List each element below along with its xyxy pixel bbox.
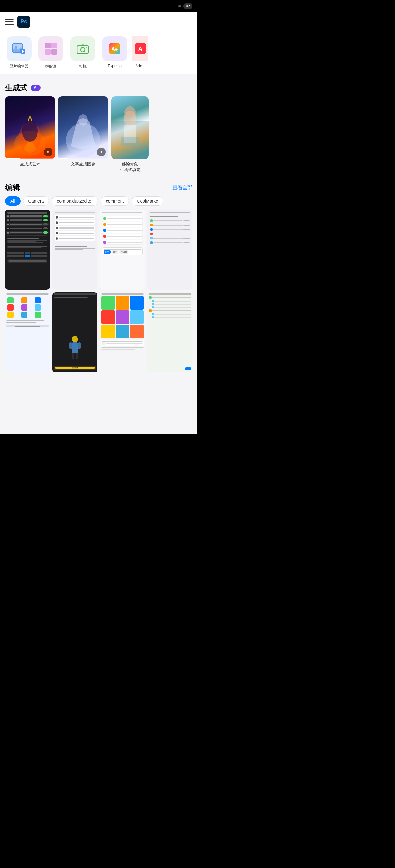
svg-rect-29: [78, 342, 81, 349]
svg-rect-8: [77, 45, 88, 54]
svg-point-18: [22, 120, 38, 142]
edit-header: 编辑 查看全部: [5, 178, 193, 196]
hamburger-menu[interactable]: [5, 19, 14, 25]
app-label-adobe: Ado...: [135, 64, 145, 68]
gen-item-art[interactable]: ✦ 生成式艺术: [5, 96, 55, 173]
svg-rect-30: [72, 353, 74, 360]
svg-rect-11: [77, 45, 88, 54]
svg-text:Ae: Ae: [112, 46, 118, 52]
svg-point-24: [124, 106, 136, 118]
filter-tab-coolmarke[interactable]: CoolMarke: [132, 196, 164, 206]
filter-tab-baidu[interactable]: com.baidu.tzeditor: [52, 196, 98, 206]
screenshot-card-2[interactable]: [53, 210, 97, 290]
app-item-collage[interactable]: 拼贴画: [37, 36, 65, 69]
app-item-adobe[interactable]: A Ado...: [133, 36, 148, 69]
svg-text:A: A: [138, 46, 142, 52]
filter-tab-comment[interactable]: comment: [101, 196, 130, 206]
gen-overlay-icon-art: ✦: [44, 148, 53, 156]
filter-tab-camera[interactable]: Camera: [23, 196, 49, 206]
view-all-link[interactable]: 查看全部: [172, 185, 193, 191]
svg-rect-31: [76, 353, 78, 360]
screenshot-card-1[interactable]: [5, 210, 50, 290]
screenshots-row1: 排名 大小 按日期: [5, 210, 193, 290]
generative-row: ✦ 生成式艺术 ✦ 文字生成图像: [0, 96, 198, 178]
svg-point-26: [72, 336, 78, 342]
svg-rect-5: [51, 43, 57, 49]
svg-rect-4: [45, 43, 51, 49]
gen-item-remove[interactable]: 移除对象 生成式填充: [111, 96, 149, 173]
status-bar: 92: [0, 0, 198, 12]
gen-label-text-image: 文字生成图像: [71, 161, 95, 167]
generative-section-header: 生成式 AI: [0, 76, 198, 96]
gen-image-dress: ✦: [58, 96, 108, 159]
app-icon-adobe: A: [133, 36, 148, 61]
app-label-camera: 相机: [79, 64, 87, 69]
main-content: 照片编辑器 拼贴画: [0, 31, 198, 434]
filter-tab-all[interactable]: All: [5, 196, 21, 206]
screenshots-row2: +添加新任务: [5, 292, 193, 372]
app-icon-collage: [38, 36, 63, 61]
screenshot-card-8[interactable]: [147, 292, 193, 372]
gen-overlay-icon-dress: ✦: [97, 148, 106, 156]
gen-image-art: ✦: [5, 96, 55, 159]
gen-label-art: 生成式艺术: [20, 161, 40, 167]
svg-rect-7: [51, 49, 57, 55]
svg-rect-6: [45, 49, 51, 55]
ai-badge: AI: [31, 85, 40, 91]
gen-label-remove: 移除对象 生成式填充: [120, 161, 140, 173]
svg-rect-27: [72, 342, 78, 353]
app-icon-express: Ae: [102, 36, 127, 61]
screenshot-card-7[interactable]: [100, 292, 145, 372]
screenshot-card-4[interactable]: [147, 210, 193, 290]
screenshot-card-6[interactable]: +添加新任务: [53, 292, 97, 372]
ps-app-icon[interactable]: Ps: [18, 16, 30, 28]
app-label-collage: 拼贴画: [45, 64, 57, 69]
app-row: 照片编辑器 拼贴画: [0, 31, 198, 74]
top-nav: Ps: [0, 12, 198, 31]
app-icon-camera: [70, 36, 95, 61]
generative-title: 生成式: [5, 83, 28, 93]
edit-title: 编辑: [5, 183, 20, 193]
app-label-express: Express: [108, 64, 121, 68]
edit-section: 编辑 查看全部 All Camera com.baidu.tzeditor co…: [0, 178, 198, 377]
svg-rect-25: [121, 137, 139, 147]
svg-point-20: [79, 114, 88, 126]
screenshot-card-3[interactable]: 排名 大小 按日期: [100, 210, 145, 290]
app-item-camera[interactable]: 相机: [69, 36, 97, 69]
gen-item-text-image[interactable]: ✦ 文字生成图像: [58, 96, 108, 173]
svg-point-9: [81, 48, 85, 52]
svg-rect-10: [86, 47, 87, 48]
gen-image-woman: [111, 96, 149, 159]
app-label-photo-editor: 照片编辑器: [10, 64, 28, 69]
app-item-express[interactable]: Ae Express: [101, 36, 129, 69]
svg-rect-28: [69, 342, 72, 349]
filter-tabs: All Camera com.baidu.tzeditor comment Co…: [5, 196, 193, 210]
battery-indicator: 92: [184, 3, 193, 9]
app-icon-photo-editor: [6, 36, 32, 61]
screenshot-card-5[interactable]: [5, 292, 50, 372]
status-dot: [178, 5, 181, 7]
app-item-photo-editor[interactable]: 照片编辑器: [5, 36, 33, 69]
